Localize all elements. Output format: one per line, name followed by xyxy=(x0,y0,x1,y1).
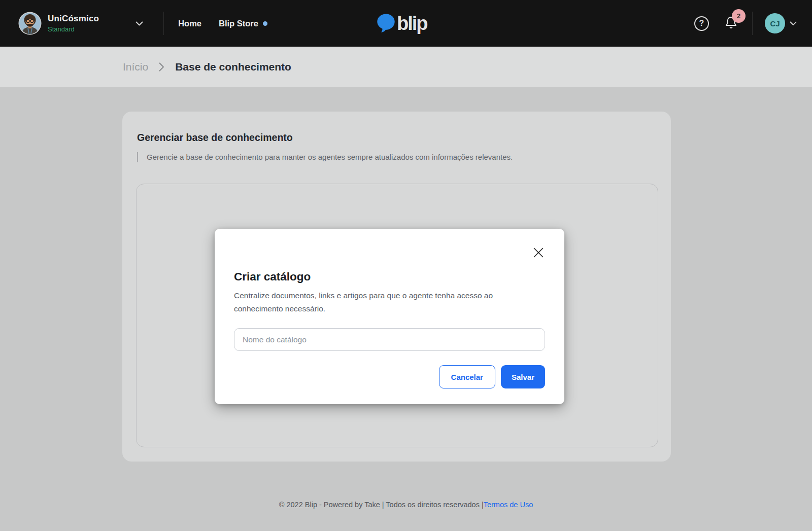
footer-copyright: © 2022 Blip - Powered by Take | Todos os… xyxy=(279,501,484,509)
breadcrumb-home[interactable]: Início xyxy=(123,61,148,73)
page-subtitle: Gerencie a base de conhecimento para man… xyxy=(147,153,513,161)
help-icon[interactable]: ? xyxy=(694,16,709,31)
blip-logo: blip xyxy=(377,0,427,47)
breadcrumb: Início Base de conhecimento xyxy=(0,47,812,87)
user-avatar[interactable]: CJ xyxy=(765,13,785,33)
breadcrumb-current: Base de conhecimento xyxy=(175,61,291,73)
user-menu-chevron-down-icon[interactable] xyxy=(790,21,797,26)
notifications-button[interactable]: 2 xyxy=(724,16,738,31)
nav-blip-store-label: Blip Store xyxy=(219,19,258,28)
save-button[interactable]: Salvar xyxy=(501,365,545,388)
blip-bubble-icon xyxy=(377,13,395,34)
tenant-switcher[interactable]: UniCósmico Standard xyxy=(18,12,143,35)
topbar-divider-right xyxy=(752,12,753,35)
create-catalog-modal: Criar catálogo Centralize documentos, li… xyxy=(215,229,564,404)
tenant-avatar xyxy=(18,12,42,35)
blip-wordmark: blip xyxy=(397,13,427,34)
catalog-name-input[interactable] xyxy=(234,328,545,351)
notification-badge: 2 xyxy=(732,9,746,23)
modal-body: Criar catálogo Centralize documentos, li… xyxy=(215,270,564,388)
modal-description: Centralize documentos, links e artigos p… xyxy=(234,289,511,315)
modal-actions: Cancelar Salvar xyxy=(234,365,545,388)
topbar: UniCósmico Standard Home Blip Store blip… xyxy=(0,0,812,47)
footer: © 2022 Blip - Powered by Take | Todos os… xyxy=(0,501,812,509)
tenant-name: UniCósmico xyxy=(48,14,99,24)
top-navigation: Home Blip Store xyxy=(178,19,267,28)
topbar-actions: ? 2 CJ xyxy=(694,0,812,47)
cancel-button[interactable]: Cancelar xyxy=(439,365,495,388)
page-subtitle-row: Gerencie a base de conhecimento para man… xyxy=(137,152,671,162)
close-icon[interactable] xyxy=(533,247,544,258)
terms-of-use-link[interactable]: Termos de Uso xyxy=(484,501,533,509)
breadcrumb-chevron-icon xyxy=(159,62,164,72)
modal-title: Criar catálogo xyxy=(234,270,545,284)
page-title: Gerenciar base de conhecimento xyxy=(137,132,671,144)
topbar-divider xyxy=(163,12,164,35)
nav-home[interactable]: Home xyxy=(178,19,201,28)
nav-blip-store[interactable]: Blip Store xyxy=(219,19,267,28)
tenant-chevron-down-icon[interactable] xyxy=(136,21,143,26)
tenant-plan: Standard xyxy=(48,25,99,33)
blip-store-new-dot xyxy=(263,21,267,26)
